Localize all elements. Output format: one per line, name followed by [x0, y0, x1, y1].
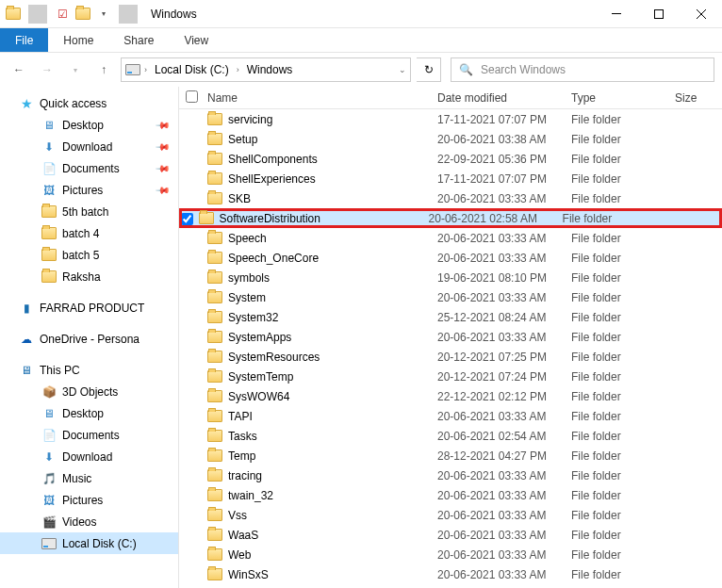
nav-item-documents[interactable]: 📄Documents: [0, 424, 178, 446]
qat-newfolder-icon[interactable]: [74, 5, 92, 24]
minimize-button[interactable]: [595, 0, 637, 28]
file-row[interactable]: SystemApps 20-06-2021 03:33 AM File fold…: [179, 327, 722, 347]
nav-item-download[interactable]: ⬇Download📌: [0, 136, 178, 157]
file-tab[interactable]: File: [0, 28, 48, 52]
folder-icon: [207, 232, 222, 244]
file-date: 19-06-2021 08:10 PM: [437, 271, 571, 285]
folder-icon: [41, 226, 57, 241]
nav-item-desktop[interactable]: 🖥Desktop: [0, 402, 178, 424]
file-name: Temp: [228, 449, 255, 463]
file-date: 25-12-2021 08:24 AM: [437, 311, 571, 324]
forward-button[interactable]: →: [36, 58, 58, 81]
file-row[interactable]: servicing 17-11-2021 07:07 PM File folde…: [179, 109, 722, 129]
file-date: 20-06-2021 03:38 AM: [437, 133, 571, 146]
file-row[interactable]: Vss 20-06-2021 03:33 AM File folder: [179, 505, 722, 525]
videos-icon: 🎬: [41, 514, 57, 530]
file-row[interactable]: SysWOW64 22-12-2021 02:12 PM File folder: [179, 386, 722, 406]
file-type: File folder: [571, 410, 675, 423]
file-row[interactable]: Tasks 20-06-2021 02:54 AM File folder: [179, 426, 722, 446]
file-date: 17-11-2021 07:07 PM: [437, 113, 571, 126]
nav-item-5th-batch[interactable]: 5th batch: [0, 201, 178, 222]
file-row[interactable]: ShellComponents 22-09-2021 05:36 PM File…: [179, 149, 722, 169]
file-row[interactable]: WaaS 20-06-2021 03:33 AM File folder: [179, 525, 722, 545]
file-name: Web: [228, 548, 251, 562]
breadcrumb-item[interactable]: Local Disk (C:): [151, 63, 233, 76]
column-size[interactable]: Size: [675, 91, 722, 105]
row-checkbox[interactable]: [181, 213, 193, 225]
file-row[interactable]: System32 25-12-2021 08:24 AM File folder: [179, 307, 722, 327]
file-name: Setup: [228, 133, 257, 146]
tab-view[interactable]: View: [169, 28, 223, 52]
chevron-right-icon[interactable]: ›: [237, 65, 239, 74]
3d-icon: 📦: [41, 384, 57, 400]
column-type[interactable]: Type: [571, 91, 675, 105]
file-name: TAPI: [228, 410, 253, 423]
nav-item-local-disk-c-[interactable]: Local Disk (C:): [0, 532, 178, 554]
file-row[interactable]: SystemResources 20-12-2021 07:25 PM File…: [179, 347, 722, 367]
qat-dropdown-icon[interactable]: ▾: [94, 5, 113, 24]
nav-item-videos[interactable]: 🎬Videos: [0, 511, 178, 532]
nav-item-download[interactable]: ⬇Download: [0, 446, 178, 467]
search-input[interactable]: 🔍 Search Windows: [451, 57, 714, 82]
nav-item-raksha[interactable]: Raksha: [0, 266, 178, 287]
nav-quick-access[interactable]: ★ Quick access: [0, 92, 178, 114]
chevron-down-icon[interactable]: ⌄: [399, 65, 406, 74]
tab-home[interactable]: Home: [48, 28, 108, 52]
close-button[interactable]: [680, 0, 722, 28]
file-row[interactable]: SKB 20-06-2021 03:33 AM File folder: [179, 188, 722, 208]
chevron-right-icon[interactable]: ›: [144, 65, 147, 74]
nav-item-music[interactable]: 🎵Music: [0, 467, 178, 489]
file-row[interactable]: Web 20-06-2021 03:33 AM File folder: [179, 545, 722, 564]
maximize-button[interactable]: [637, 0, 680, 28]
file-row[interactable]: Speech_OneCore 20-06-2021 03:33 AM File …: [179, 248, 722, 268]
back-button[interactable]: ←: [8, 58, 30, 81]
navigation-pane[interactable]: ★ Quick access 🖥Desktop📌⬇Download📌📄Docum…: [0, 87, 179, 588]
refresh-button[interactable]: ↻: [417, 57, 441, 82]
file-row[interactable]: tracing 20-06-2021 03:33 AM File folder: [179, 466, 722, 485]
file-row[interactable]: twain_32 20-06-2021 03:33 AM File folder: [179, 485, 722, 505]
nav-item-3d-objects[interactable]: 📦3D Objects: [0, 381, 178, 402]
file-row[interactable]: System 20-06-2021 03:33 AM File folder: [179, 287, 722, 307]
folder-icon: [207, 113, 222, 125]
nav-onedrive[interactable]: ☁ OneDrive - Persona: [0, 328, 178, 350]
nav-item-batch-4[interactable]: batch 4: [0, 222, 178, 244]
file-date: 20-06-2021 03:33 AM: [437, 568, 571, 581]
file-date: 22-12-2021 02:12 PM: [437, 390, 571, 403]
folder-icon: [207, 568, 222, 580]
documents-icon: 📄: [41, 428, 57, 443]
nav-item-desktop[interactable]: 🖥Desktop📌: [0, 114, 178, 136]
file-type: File folder: [571, 271, 675, 285]
file-row[interactable]: Speech 20-06-2021 03:33 AM File folder: [179, 228, 722, 248]
select-all-checkbox[interactable]: [186, 90, 198, 103]
file-row[interactable]: SystemTemp 20-12-2021 07:24 PM File fold…: [179, 367, 722, 386]
address-bar[interactable]: › Local Disk (C:) › Windows ⌄: [121, 57, 411, 82]
column-name[interactable]: Name: [204, 91, 437, 105]
file-row[interactable]: Temp 28-12-2021 04:27 PM File folder: [179, 446, 722, 466]
file-row[interactable]: TAPI 20-06-2021 03:33 AM File folder: [179, 406, 722, 426]
nav-farrad[interactable]: ▮ FARRAD PRODUCT: [0, 297, 178, 318]
nav-item-batch-5[interactable]: batch 5: [0, 244, 178, 266]
file-date: 20-12-2021 07:25 PM: [437, 351, 571, 364]
file-row[interactable]: Setup 20-06-2021 03:38 AM File folder: [179, 129, 722, 149]
up-button[interactable]: ↑: [92, 58, 115, 81]
nav-item-pictures[interactable]: 🖼Pictures📌: [0, 179, 178, 201]
file-type: File folder: [571, 153, 675, 166]
file-type: File folder: [571, 351, 675, 364]
folder-icon: [207, 133, 222, 145]
nav-item-pictures[interactable]: 🖼Pictures: [0, 489, 178, 511]
breadcrumb-item[interactable]: Windows: [243, 63, 297, 76]
column-date[interactable]: Date modified: [437, 91, 571, 105]
file-row[interactable]: SoftwareDistribution 20-06-2021 02:58 AM…: [179, 208, 722, 228]
file-type: File folder: [571, 311, 675, 324]
folder-icon: [207, 291, 222, 303]
nav-this-pc[interactable]: 🖥 This PC: [0, 359, 178, 381]
recent-dropdown[interactable]: ▾: [64, 58, 87, 81]
nav-item-documents[interactable]: 📄Documents📌: [0, 157, 178, 179]
qat-properties-icon[interactable]: ☑: [53, 5, 72, 24]
tab-share[interactable]: Share: [108, 28, 169, 52]
device-icon: ▮: [19, 301, 34, 316]
column-headers[interactable]: Name Date modified Type Size: [179, 87, 722, 109]
file-row[interactable]: ShellExperiences 17-11-2021 07:07 PM Fil…: [179, 169, 722, 188]
file-row[interactable]: WinSxS 20-06-2021 03:33 AM File folder: [179, 564, 722, 584]
file-row[interactable]: symbols 19-06-2021 08:10 PM File folder: [179, 268, 722, 287]
